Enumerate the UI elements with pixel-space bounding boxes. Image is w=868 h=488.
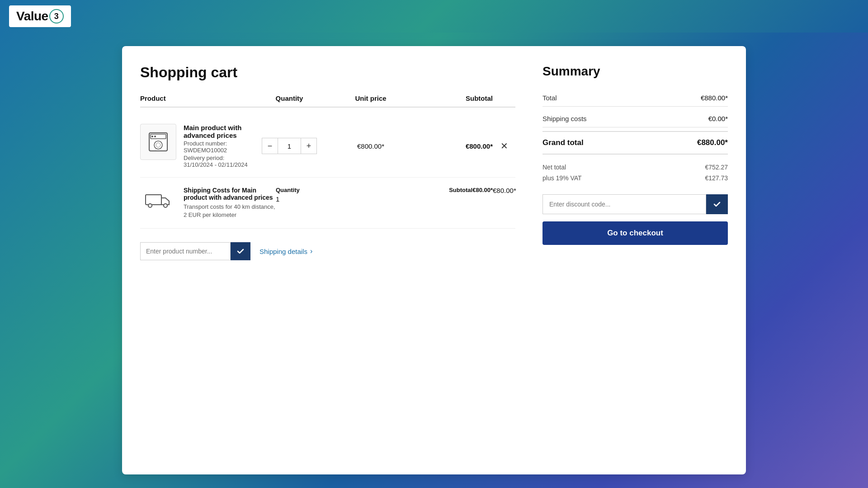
checkout-button[interactable]: Go to checkout bbox=[542, 221, 728, 245]
product-subtotal: €800.00* bbox=[411, 142, 493, 150]
shipping-subtotal-col: Subtotal€80.00* bbox=[330, 187, 493, 195]
cart-left: Shopping cart Product Quantity Unit pric… bbox=[140, 64, 515, 456]
unit-price: €800.00* bbox=[330, 142, 411, 150]
shipping-details-link[interactable]: Shipping details › bbox=[259, 247, 312, 255]
shipping-subtotal-label: Subtotal€80.00* bbox=[330, 187, 493, 193]
net-total-row: Net total €752.27 bbox=[542, 162, 728, 173]
quantity-decrease-button[interactable]: − bbox=[262, 138, 278, 154]
table-row: Main product with advanced prices Produc… bbox=[140, 115, 515, 178]
product-number-input[interactable] bbox=[140, 242, 231, 260]
col-quantity: Quantity bbox=[249, 94, 330, 102]
vat-value: €127.73 bbox=[705, 174, 728, 182]
shipping-quantity-col: Quantity 1 bbox=[276, 187, 330, 203]
logo: Value 3 bbox=[9, 5, 71, 27]
shipping-icon-box bbox=[140, 187, 176, 214]
page-title: Shopping cart bbox=[140, 64, 515, 81]
table-header: Product Quantity Unit price Subtotal bbox=[140, 94, 515, 108]
col-product: Product bbox=[140, 94, 249, 102]
quantity-value: 1 bbox=[278, 138, 301, 154]
shipping-quantity-label: Quantity bbox=[276, 187, 330, 193]
header: Value 3 bbox=[0, 0, 868, 33]
svg-point-8 bbox=[164, 204, 167, 207]
col-unit-price: Unit price bbox=[330, 94, 411, 102]
shipping-description: Transport costs for 40 km distance, 2 EU… bbox=[184, 203, 276, 219]
main-content: Shopping cart Product Quantity Unit pric… bbox=[0, 33, 868, 488]
delivery-period: Delivery period: 31/10/2024 - 02/11/2024 bbox=[184, 155, 249, 168]
vat-row: plus 19% VAT €127.73 bbox=[542, 173, 728, 183]
product-number-confirm-button[interactable] bbox=[231, 242, 250, 260]
summary-total-row: Total €880.00* bbox=[542, 89, 728, 107]
svg-point-7 bbox=[148, 204, 152, 207]
summary-total-label: Total bbox=[542, 94, 557, 102]
discount-code-input[interactable] bbox=[542, 194, 706, 214]
checkmark-icon bbox=[236, 247, 245, 255]
shipping-name: Shipping Costs for Main product with adv… bbox=[184, 187, 276, 201]
product-name: Main product with advanced prices bbox=[184, 124, 249, 139]
discount-checkmark-icon bbox=[713, 200, 721, 208]
product-details: Main product with advanced prices Produc… bbox=[184, 124, 249, 168]
summary-total-value: €880.00* bbox=[701, 94, 728, 102]
shipping-details: Shipping Costs for Main product with adv… bbox=[184, 187, 276, 219]
vat-label: plus 19% VAT bbox=[542, 174, 582, 182]
grand-total-label: Grand total bbox=[542, 138, 584, 147]
summary-shipping-row: Shipping costs €0.00* bbox=[542, 110, 728, 127]
product-number: Product number: SWDEMO10002 bbox=[184, 140, 249, 154]
remove-product-button[interactable]: ✕ bbox=[493, 139, 515, 153]
svg-point-4 bbox=[151, 136, 153, 137]
discount-group bbox=[542, 194, 728, 214]
summary-shipping-label: Shipping costs bbox=[542, 115, 587, 122]
shipping-quantity-value: 1 bbox=[276, 195, 330, 203]
product-image bbox=[140, 124, 176, 160]
svg-rect-6 bbox=[146, 195, 161, 205]
summary-title: Summary bbox=[542, 64, 728, 79]
summary-shipping-value: €0.00* bbox=[708, 115, 728, 122]
net-total-label: Net total bbox=[542, 164, 566, 171]
truck-icon bbox=[145, 191, 172, 209]
product-info: Main product with advanced prices Produc… bbox=[140, 124, 249, 168]
cart-summary: Summary Total €880.00* Shipping costs €0… bbox=[542, 64, 728, 456]
grand-total-value: €880.00* bbox=[697, 138, 728, 147]
shipping-info: Shipping Costs for Main product with adv… bbox=[140, 187, 276, 219]
logo-text: Value bbox=[16, 9, 48, 23]
col-subtotal: Subtotal bbox=[411, 94, 493, 102]
svg-rect-0 bbox=[149, 133, 167, 151]
shipping-amount: €80.00* bbox=[493, 187, 515, 194]
product-number-input-group bbox=[140, 242, 250, 260]
net-total-value: €752.27 bbox=[705, 164, 728, 171]
washing-machine-icon bbox=[147, 131, 170, 153]
discount-confirm-button[interactable] bbox=[706, 194, 728, 214]
svg-point-5 bbox=[154, 136, 156, 137]
cart-container: Shopping cart Product Quantity Unit pric… bbox=[122, 46, 746, 474]
logo-circle: 3 bbox=[49, 9, 64, 23]
quantity-control: − 1 + bbox=[249, 138, 330, 154]
grand-total-row: Grand total €880.00* bbox=[542, 131, 728, 155]
bottom-actions: Shipping details › bbox=[140, 242, 515, 260]
chevron-right-icon: › bbox=[310, 247, 312, 255]
quantity-increase-button[interactable]: + bbox=[301, 138, 317, 154]
shipping-row: Shipping Costs for Main product with adv… bbox=[140, 178, 515, 229]
